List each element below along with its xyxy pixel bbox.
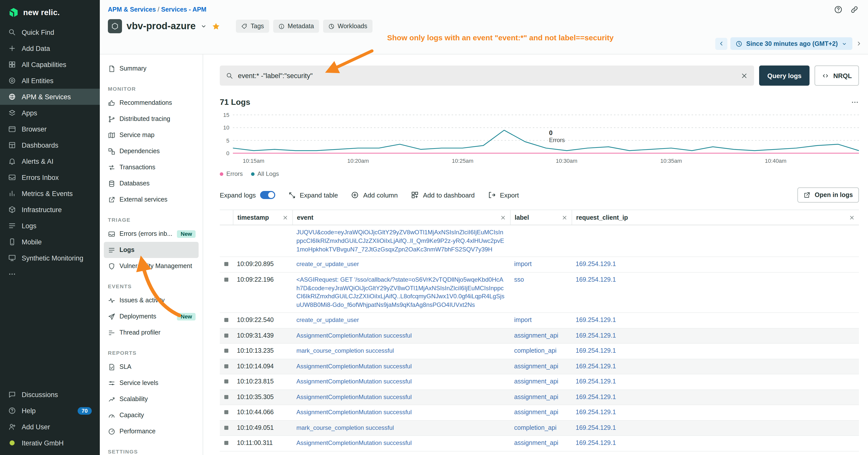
cell-request-client-ip[interactable]: 169.254.129.1 <box>571 390 859 404</box>
remove-column-icon[interactable] <box>500 215 506 221</box>
sidebar-item-metrics-events[interactable]: Metrics & Events <box>0 186 100 201</box>
subnav-item-service-levels[interactable]: Service levels <box>104 375 198 391</box>
cell-label[interactable]: import <box>510 257 571 272</box>
breadcrumb-services-apm[interactable]: Services - APM <box>161 6 207 13</box>
permalink-icon[interactable] <box>850 5 859 14</box>
legend-errors[interactable]: Errors <box>220 170 243 177</box>
add-to-dashboard-button[interactable]: Add to dashboard <box>411 191 474 199</box>
expand-table-button[interactable]: Expand table <box>288 191 338 199</box>
sidebar-item-add-data[interactable]: Add Data <box>0 40 100 57</box>
column-header-timestamp[interactable]: timestamp <box>233 210 292 225</box>
column-header-event[interactable]: event <box>292 210 510 225</box>
time-forward-button[interactable] <box>856 40 862 47</box>
newrelic-logo[interactable]: new relic. <box>0 0 100 24</box>
table-row[interactable]: 10:09:31.439 AssignmentCompletionMutatio… <box>220 328 859 344</box>
sidebar-item-all-entities[interactable]: All Entities <box>0 72 100 89</box>
cell-label[interactable]: assignment_api <box>510 328 571 343</box>
cell-label[interactable]: assignment_api <box>510 405 571 420</box>
table-row[interactable]: 10:10:35.305 AssignmentCompletionMutatio… <box>220 390 859 405</box>
legend-all-logs[interactable]: All Logs <box>251 170 279 177</box>
subnav-item-errors-errors-inb[interactable]: Errors (errors inb... New <box>104 226 198 242</box>
subnav-item-summary[interactable]: Summary <box>104 61 198 76</box>
more-options-icon[interactable] <box>851 98 859 106</box>
subnav-item-service-map[interactable]: Service map <box>104 127 198 143</box>
cell-label[interactable]: assignment_api <box>510 359 571 374</box>
row-handle-icon[interactable] <box>224 333 228 337</box>
table-row[interactable]: 10:10:13.235 mark_course_completion succ… <box>220 344 859 359</box>
table-row[interactable]: 10:10:23.815 AssignmentCompletionMutatio… <box>220 375 859 390</box>
subnav-item-transactions[interactable]: Transactions <box>104 159 198 175</box>
table-row[interactable]: 10:09:22.540 create_or_update_user impor… <box>220 313 859 328</box>
log-query-input[interactable] <box>238 72 736 79</box>
row-handle-icon[interactable] <box>224 364 228 368</box>
cell-label[interactable] <box>510 225 571 257</box>
sidebar-item-all-capabilities[interactable]: All Capabilities <box>0 57 100 72</box>
sidebar-item-synthetic-monitoring[interactable]: Synthetic Monitoring <box>0 250 100 266</box>
sidebar-item-help[interactable]: Help 70 <box>0 402 100 419</box>
cell-request-client-ip[interactable]: 169.254.129.1 <box>571 313 859 328</box>
time-back-button[interactable] <box>715 37 727 50</box>
cell-event[interactable]: AssignmentCompletionMutation successful <box>292 405 510 420</box>
cell-event[interactable]: AssignmentCompletionMutation successful <box>292 436 510 451</box>
cell-label[interactable]: assignment_api <box>510 436 571 451</box>
cell-label[interactable]: completion_api <box>510 421 571 435</box>
subnav-item-sla[interactable]: SLA <box>104 359 198 375</box>
chart-plot-area[interactable]: 0Errors <box>233 112 859 156</box>
help-icon[interactable] <box>834 5 843 14</box>
cell-label[interactable]: assignment_api <box>510 375 571 389</box>
cell-event[interactable]: create_or_update_user <box>292 313 510 328</box>
breadcrumb-apm-services[interactable]: APM & Services <box>108 6 156 13</box>
entity-chevron-down-icon[interactable] <box>200 23 208 30</box>
subnav-item-distributed-tracing[interactable]: Distributed tracing <box>104 111 198 127</box>
column-header-label[interactable]: label <box>510 210 571 225</box>
entity-title[interactable]: vbv-prod-azure <box>126 21 196 32</box>
expand-logs-toggle[interactable]: Expand logs <box>220 191 275 199</box>
cell-event[interactable]: mark_course_completion successful <box>292 344 510 358</box>
row-handle-icon[interactable] <box>224 380 228 384</box>
sidebar-item-add-user[interactable]: Add User <box>0 419 100 435</box>
sidebar-item-apps[interactable]: Apps <box>0 105 100 121</box>
subnav-item-performance[interactable]: Performance <box>104 423 198 440</box>
pill-tags[interactable]: Tags <box>236 20 269 33</box>
table-row[interactable]: 10:10:14.094 AssignmentCompletionMutatio… <box>220 359 859 375</box>
row-handle-icon[interactable] <box>224 349 228 353</box>
subnav-item-external-services[interactable]: External services <box>104 192 198 207</box>
cell-request-client-ip[interactable]: 169.254.129.1 <box>571 359 859 374</box>
remove-column-icon[interactable] <box>282 215 288 221</box>
cell-event[interactable]: AssignmentCompletionMutation successful <box>292 390 510 404</box>
row-handle-icon[interactable] <box>224 278 228 282</box>
export-button[interactable]: Export <box>488 191 519 199</box>
cell-label[interactable]: sso <box>510 272 571 313</box>
cell-event[interactable]: AssignmentCompletionMutation successful <box>292 375 510 389</box>
query-logs-button[interactable]: Query logs <box>759 65 809 86</box>
subnav-item-issues-activity[interactable]: Issues & activity <box>104 292 198 308</box>
cell-event[interactable]: AssignmentCompletionMutation successful <box>292 328 510 343</box>
sidebar-item-apm-services[interactable]: APM & Services <box>0 89 100 105</box>
remove-column-icon[interactable] <box>561 215 567 221</box>
row-handle-icon[interactable] <box>224 441 228 445</box>
cell-label[interactable]: assignment_api <box>510 390 571 404</box>
nrql-button[interactable]: NRQL <box>814 65 859 86</box>
subnav-item-deployments[interactable]: Deployments New <box>104 308 198 325</box>
sidebar-item-more[interactable] <box>0 266 100 282</box>
cell-request-client-ip[interactable]: 169.254.129.1 <box>571 405 859 420</box>
cell-request-client-ip[interactable]: 169.254.129.1 <box>571 375 859 389</box>
cell-request-client-ip[interactable]: 169.254.129.1 <box>571 344 859 358</box>
cell-request-client-ip[interactable]: 169.254.129.1 <box>571 257 859 272</box>
sidebar-item-quick-find[interactable]: Quick Find <box>0 24 100 40</box>
remove-column-icon[interactable] <box>849 215 855 221</box>
cell-request-client-ip[interactable] <box>571 225 859 257</box>
subnav-item-logs[interactable]: Logs <box>104 242 198 258</box>
cell-request-client-ip[interactable]: 169.254.129.1 <box>571 436 859 451</box>
cell-label[interactable]: completion_api <box>510 344 571 358</box>
table-row[interactable]: 10:10:49.051 mark_course_completion succ… <box>220 421 859 436</box>
table-row[interactable]: 10:09:22.196 <ASGIRequest: GET '/sso/cal… <box>220 272 859 313</box>
cell-event[interactable]: <ASGIRequest: GET '/sso/callback/?state=… <box>292 272 510 313</box>
clear-query-icon[interactable] <box>741 72 748 79</box>
row-handle-icon[interactable] <box>224 425 228 429</box>
sidebar-item-errors-inbox[interactable]: Errors Inbox <box>0 169 100 186</box>
cell-event[interactable]: create_or_update_user <box>292 257 510 272</box>
table-row[interactable]: 10:10:44.066 AssignmentCompletionMutatio… <box>220 405 859 421</box>
table-row[interactable]: 10:09:20.895 create_or_update_user impor… <box>220 257 859 272</box>
cell-label[interactable]: import <box>510 313 571 328</box>
